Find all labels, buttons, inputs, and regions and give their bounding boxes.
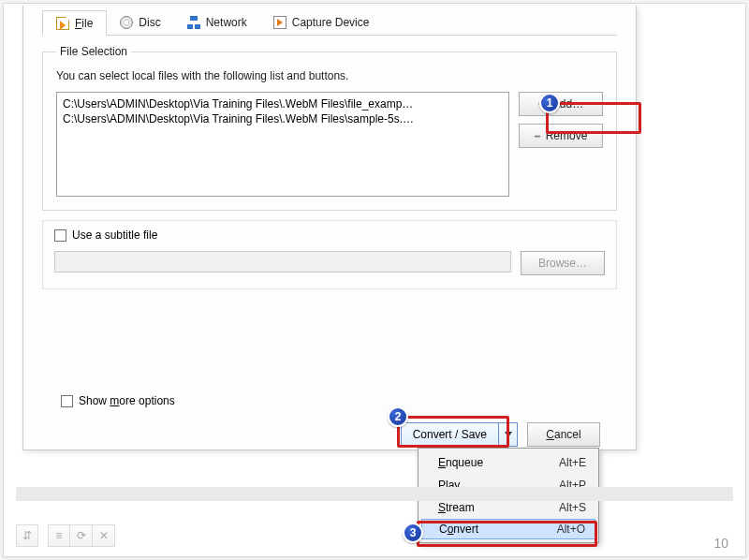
dropdown-arrow[interactable] <box>498 423 517 446</box>
menu-convert-accel: Alt+O <box>557 523 585 536</box>
tab-disc[interactable]: Disc <box>107 10 173 34</box>
file-selection-legend: File Selection <box>56 45 131 58</box>
convert-save-button[interactable]: Convert / Save <box>401 422 518 447</box>
minus-icon <box>535 129 540 142</box>
tab-file-rest: ile <box>81 17 93 30</box>
use-subtitle-label: Use a subtitle file <box>72 228 157 242</box>
background-seekbar <box>16 487 733 501</box>
file-list[interactable]: C:\Users\ADMIN\Desktop\Via Training File… <box>56 92 509 197</box>
background-toolbar: ⇵ ≡ ⟳ ✕ <box>16 524 115 547</box>
annotation-badge: 1 <box>539 93 560 113</box>
checkbox-icon <box>61 395 73 407</box>
menu-enqueue-accel: Alt+E <box>559 456 586 469</box>
tab-network-label: Network <box>206 16 247 29</box>
disc-icon <box>120 16 133 29</box>
subtitle-path-input <box>54 251 511 273</box>
tab-disc-label: Disc <box>139 16 160 29</box>
list-item[interactable]: C:\Users\ADMIN\Desktop\Via Training File… <box>63 96 503 111</box>
menu-convert[interactable]: Convert Alt+O <box>421 519 595 539</box>
checkbox-icon <box>54 229 66 242</box>
toolbar-button[interactable]: ✕ <box>93 524 115 547</box>
page-number: 10 <box>713 536 728 551</box>
tab-capture-label: Capture Device <box>292 16 370 29</box>
toolbar-button[interactable]: ⇵ <box>16 524 38 547</box>
cancel-button[interactable]: Cancel <box>527 422 600 447</box>
convert-save-label: Convert / Save <box>402 423 498 446</box>
toolbar-button[interactable]: ⟳ <box>70 524 93 547</box>
remove-button[interactable]: Remove <box>519 124 603 148</box>
tab-capture[interactable]: Capture Device <box>260 10 383 34</box>
subtitle-group: Use a subtitle file Browse… <box>42 220 617 289</box>
open-media-dialog: File Disc Network Capture Device File Se… <box>22 6 637 450</box>
browse-button-label: Browse… <box>538 257 587 270</box>
capture-icon <box>273 16 286 29</box>
tab-network[interactable]: Network <box>174 10 260 34</box>
menu-stream-accel: Alt+S <box>559 501 586 514</box>
network-icon <box>187 16 200 29</box>
annotation-badge: 3 <box>403 523 423 543</box>
use-subtitle-checkbox[interactable]: Use a subtitle file <box>54 228 605 242</box>
show-more-options[interactable]: Show more options <box>61 394 175 407</box>
source-tabs: File Disc Network Capture Device <box>23 6 636 35</box>
file-icon <box>56 17 69 30</box>
browse-button: Browse… <box>521 251 605 275</box>
dialog-footer: Convert / Save Cancel <box>401 422 600 447</box>
page-canvas: File Disc Network Capture Device File Se… <box>3 3 746 557</box>
toolbar-button[interactable]: ≡ <box>48 524 70 547</box>
annotation-badge: 2 <box>388 406 408 427</box>
file-selection-hint: You can select local files with the foll… <box>56 69 603 82</box>
menu-enqueue[interactable]: Enqueue Alt+E <box>421 451 595 474</box>
list-item[interactable]: C:\Users\ADMIN\Desktop\Via Training File… <box>63 111 503 126</box>
tab-file-panel: File Selection You can select local file… <box>42 35 617 289</box>
chevron-down-icon <box>505 432 512 437</box>
file-selection-group: File Selection You can select local file… <box>42 45 617 211</box>
add-button[interactable]: Add… <box>519 92 603 116</box>
tab-file[interactable]: File <box>42 10 107 36</box>
remove-button-label: Remove <box>546 129 588 142</box>
